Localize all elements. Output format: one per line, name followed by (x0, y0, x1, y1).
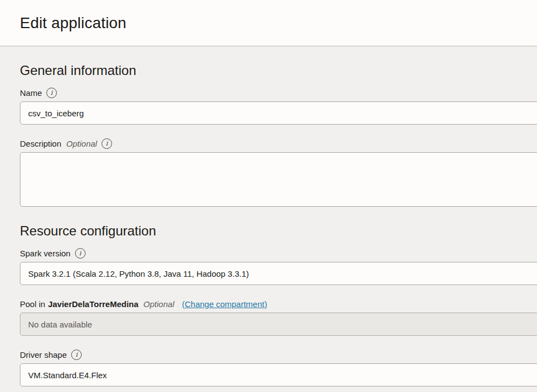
description-textarea[interactable] (20, 152, 537, 207)
info-icon[interactable]: i (75, 248, 86, 259)
name-label-row: Name i (20, 87, 537, 98)
form-content: General information Name i Description O… (0, 63, 537, 386)
name-input[interactable] (20, 101, 537, 125)
description-optional-label: Optional (66, 139, 97, 148)
pool-optional-label: Optional (143, 299, 174, 309)
spark-version-label: Spark version (20, 249, 71, 258)
pool-compartment-name: JavierDelaTorreMedina (48, 299, 139, 309)
driver-shape-select[interactable] (20, 363, 537, 386)
section-heading-resource: Resource configuration (20, 223, 537, 239)
driver-shape-label: Driver shape (20, 350, 67, 359)
page-title: Edit application (20, 14, 126, 32)
description-label: Description (20, 139, 61, 148)
description-label-row: Description Optional i (20, 138, 537, 149)
pool-select (20, 313, 537, 336)
info-icon[interactable]: i (102, 138, 112, 149)
info-icon[interactable]: i (71, 350, 82, 360)
pool-label-prefix: Pool in (20, 299, 45, 309)
change-compartment-link[interactable]: (Change compartment) (182, 299, 267, 309)
section-heading-general: General information (20, 63, 537, 78)
info-icon[interactable]: i (46, 88, 57, 98)
spark-version-label-row: Spark version i (20, 248, 537, 259)
pool-label-row: Pool in JavierDelaTorreMedina Optional (… (20, 298, 537, 309)
panel-header: Edit application (0, 0, 537, 46)
driver-shape-label-row: Driver shape i (20, 349, 537, 360)
spark-version-select[interactable] (20, 262, 537, 285)
name-label: Name (20, 88, 42, 98)
